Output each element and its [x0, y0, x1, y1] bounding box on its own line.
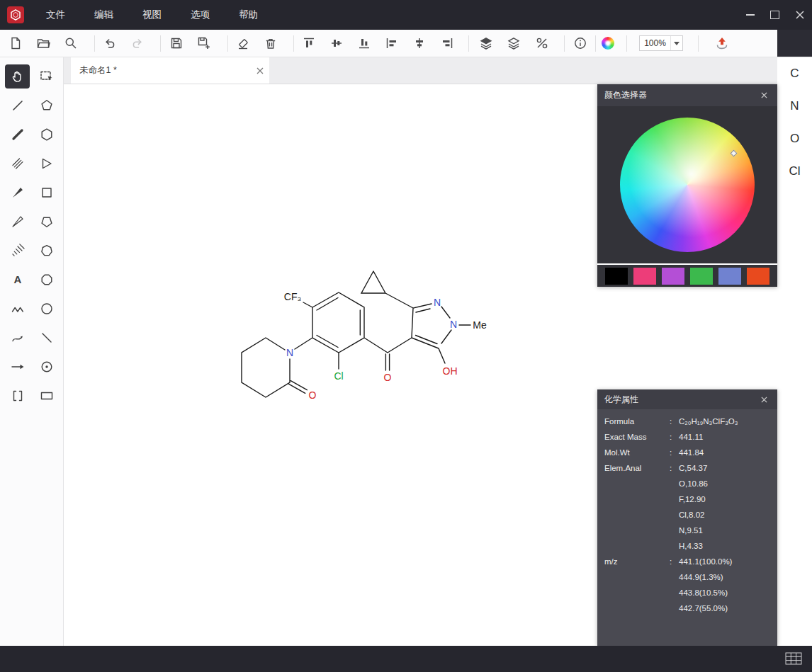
menu-file[interactable]: 文件: [46, 8, 65, 21]
hexagon-icon: [39, 127, 55, 142]
close-button[interactable]: [787, 0, 812, 30]
element-c[interactable]: C: [777, 57, 812, 90]
send-backward-button[interactable]: [504, 33, 524, 53]
save-as-button[interactable]: [194, 33, 214, 53]
atom-label-o-lactam[interactable]: O: [309, 389, 317, 401]
hashed-wedge-bond-tool[interactable]: [5, 239, 30, 263]
maximize-button[interactable]: [762, 0, 787, 30]
bring-forward-button[interactable]: [476, 33, 496, 53]
solid-wedge-bond-tool[interactable]: [5, 181, 30, 205]
cycloheptane-ring-tool[interactable]: [34, 239, 59, 263]
cyclopropane-ring-tool[interactable]: [34, 152, 59, 176]
color-swatch-black[interactable]: [605, 268, 628, 285]
app-window: 文件 编辑 视图 选项 帮助: [0, 0, 812, 672]
hashed-bond-icon: [10, 156, 26, 171]
delete-button[interactable]: [261, 33, 281, 53]
open-file-button[interactable]: [33, 33, 53, 53]
hashed-bond-tool[interactable]: [5, 152, 30, 176]
align-hcenter-icon: [412, 36, 427, 50]
atom-label-n1[interactable]: N: [450, 319, 457, 330]
cyclopentane-template-tool[interactable]: [34, 210, 59, 234]
align-left-button[interactable]: [382, 33, 402, 53]
align-right-button[interactable]: [437, 33, 457, 53]
arrow-tool[interactable]: [5, 355, 30, 379]
color-swatch-green[interactable]: [690, 268, 713, 285]
align-top-button[interactable]: [299, 33, 319, 53]
cyclohexane-ring-tool[interactable]: [34, 123, 59, 147]
atom-label-n2[interactable]: N: [434, 297, 441, 308]
statusbar: [0, 646, 812, 672]
menu-view[interactable]: 视图: [142, 8, 162, 21]
minimize-button[interactable]: [738, 0, 762, 30]
undo-icon: [103, 36, 117, 50]
upload-button[interactable]: [712, 33, 732, 53]
single-bond-tool[interactable]: [5, 93, 30, 118]
atom-dot-icon: [39, 359, 55, 375]
properties-titlebar[interactable]: 化学属性: [597, 389, 777, 409]
hand-tool[interactable]: [5, 64, 30, 89]
molecule-structure[interactable]: CF₃ N O Cl O N N Me OH: [242, 271, 487, 401]
info-icon: [573, 36, 587, 50]
panel-dock-block[interactable]: [777, 30, 812, 57]
bold-bond-tool[interactable]: [5, 123, 30, 147]
color-swatch-purple[interactable]: [662, 268, 684, 285]
color-picker-close-button[interactable]: [757, 89, 770, 102]
chemical-properties-panel: 化学属性 Formula:C₂₀H₁₉N₃ClF₃O₃ Exact Mass:4…: [597, 389, 777, 646]
ring-circle-tool[interactable]: [34, 297, 59, 321]
eraser-button[interactable]: [233, 33, 253, 53]
hollow-wedge-bond-tool[interactable]: [5, 210, 30, 234]
chain-tool[interactable]: [5, 297, 30, 321]
menu-options[interactable]: 选项: [191, 8, 210, 21]
menu-edit[interactable]: 编辑: [94, 8, 113, 21]
atom-label-oh[interactable]: OH: [443, 365, 458, 377]
redo-button[interactable]: [128, 33, 147, 53]
color-swatch-pink[interactable]: [633, 268, 656, 285]
align-vcenter-button[interactable]: [327, 33, 346, 53]
hexagon-logo-icon: [9, 8, 22, 21]
element-o[interactable]: O: [777, 123, 812, 155]
property-row: H,4.33: [597, 538, 777, 554]
undo-button[interactable]: [100, 33, 120, 53]
marquee-select-tool[interactable]: [34, 64, 59, 89]
info-button[interactable]: [570, 33, 590, 53]
save-button[interactable]: [167, 33, 186, 53]
atom-symbol-tool[interactable]: [34, 355, 59, 379]
tab-close-button[interactable]: [251, 57, 269, 84]
atom-label-n-piperidine[interactable]: N: [286, 347, 293, 358]
formula-convert-button[interactable]: [532, 33, 552, 53]
atom-label-me[interactable]: Me: [473, 319, 487, 331]
tab-untitled[interactable]: 未命名1 *: [71, 57, 269, 84]
color-picker-panel: 颜色选择器: [597, 84, 777, 287]
new-file-button[interactable]: [6, 33, 26, 53]
rectangle-tool[interactable]: [34, 384, 59, 408]
properties-close-button[interactable]: [757, 393, 770, 406]
color-swatch-orange[interactable]: [747, 268, 769, 285]
menu-help[interactable]: 帮助: [239, 8, 258, 21]
cyclooctane-ring-tool[interactable]: [34, 268, 59, 292]
single-bond-icon: [10, 98, 26, 113]
property-label: Formula: [604, 417, 662, 426]
redo-icon: [130, 36, 145, 50]
property-value: N,9.51: [679, 526, 777, 535]
align-hcenter-button[interactable]: [410, 33, 429, 53]
color-wheel[interactable]: [620, 118, 755, 252]
bracket-tool[interactable]: [5, 384, 30, 408]
atom-label-cf3[interactable]: CF₃: [284, 291, 301, 302]
color-picker-button[interactable]: [598, 33, 618, 53]
element-cl[interactable]: Cl: [777, 155, 812, 188]
element-n[interactable]: N: [777, 90, 812, 123]
color-swatch-blue[interactable]: [718, 268, 741, 285]
curved-arrow-tool[interactable]: [5, 326, 30, 350]
grid-toggle-button[interactable]: [785, 652, 802, 668]
cyclopentane-ring-tool[interactable]: [34, 93, 59, 118]
cyclobutane-ring-tool[interactable]: [34, 181, 59, 205]
line-tool[interactable]: [34, 326, 59, 350]
atom-label-cl[interactable]: Cl: [334, 370, 343, 382]
atom-label-o-ketone[interactable]: O: [384, 372, 392, 383]
text-tool[interactable]: A: [5, 268, 30, 292]
zoom-dropdown[interactable]: 100%: [639, 35, 683, 51]
zoom-tool-button[interactable]: [61, 33, 81, 53]
zoom-dropdown-arrow[interactable]: [670, 36, 682, 50]
color-picker-titlebar[interactable]: 颜色选择器: [597, 84, 777, 106]
align-bottom-button[interactable]: [354, 33, 374, 53]
